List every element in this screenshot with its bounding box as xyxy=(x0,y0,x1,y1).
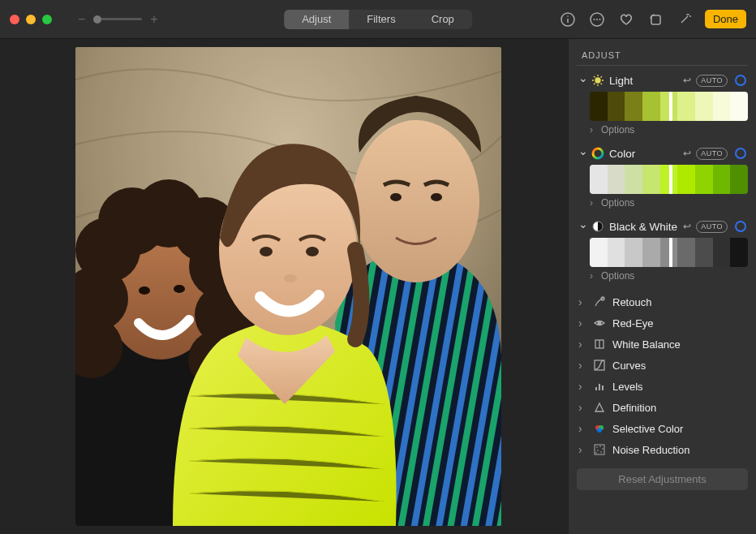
svg-rect-51 xyxy=(602,385,604,390)
panel-title: ADJUST xyxy=(582,50,748,60)
zoom-slider-thumb[interactable] xyxy=(93,15,101,24)
svg-point-4 xyxy=(593,19,595,20)
white-balance-icon xyxy=(593,338,606,351)
section-label: Selective Color xyxy=(612,423,746,435)
filmstrip-frame xyxy=(730,238,748,267)
filmstrip-frame xyxy=(677,165,695,194)
section-bw-title: Black & White xyxy=(609,221,678,233)
light-slider-handle[interactable] xyxy=(669,92,672,121)
heart-icon[interactable] xyxy=(617,11,635,28)
filmstrip-frame xyxy=(713,165,731,194)
light-options-toggle[interactable]: Options xyxy=(590,123,748,140)
chevron-down-icon xyxy=(578,220,586,233)
color-options-toggle[interactable]: Options xyxy=(590,196,748,213)
section-label: Noise Reduction xyxy=(612,444,746,456)
fullscreen-window-button[interactable] xyxy=(42,15,52,24)
color-filmstrip[interactable] xyxy=(590,165,748,194)
auto-button[interactable]: AUTO xyxy=(696,221,728,233)
section-light-header[interactable]: Light ↩ AUTO xyxy=(577,72,748,88)
bw-filmstrip[interactable] xyxy=(590,238,748,267)
edit-mode-tabs: Adjust Filters Crop xyxy=(284,10,472,29)
filmstrip-frame xyxy=(625,165,642,194)
section-color-header[interactable]: Color ↩ AUTO xyxy=(577,145,748,161)
section-definition[interactable]: Definition xyxy=(577,397,748,418)
filmstrip-frame xyxy=(695,165,713,194)
section-label: Levels xyxy=(612,381,746,393)
selective-color-icon xyxy=(593,422,606,435)
rotate-icon[interactable] xyxy=(646,11,664,28)
tab-crop[interactable]: Crop xyxy=(414,10,472,29)
curves-icon xyxy=(593,359,606,372)
filmstrip-frame xyxy=(608,238,625,267)
section-levels[interactable]: Levels xyxy=(577,376,748,397)
filmstrip-frame xyxy=(608,92,625,121)
section-bw-header[interactable]: Black & White ↩ AUTO xyxy=(577,218,748,235)
svg-point-2 xyxy=(567,15,569,17)
chevron-right-icon xyxy=(578,338,586,351)
svg-point-14 xyxy=(390,193,402,201)
wand-icon[interactable] xyxy=(676,11,694,28)
svg-rect-50 xyxy=(599,384,600,390)
info-icon[interactable] xyxy=(559,11,577,28)
more-icon[interactable] xyxy=(588,11,606,28)
section-label: White Balance xyxy=(612,338,746,351)
enable-ring[interactable] xyxy=(735,148,746,159)
undo-icon[interactable]: ↩ xyxy=(683,221,691,232)
tab-filters[interactable]: Filters xyxy=(349,10,413,29)
red-eye-icon xyxy=(593,317,606,329)
svg-line-39 xyxy=(594,84,595,85)
edited-photo[interactable] xyxy=(75,47,501,526)
bw-slider-handle[interactable] xyxy=(669,238,672,267)
zoom-out-button[interactable]: − xyxy=(78,12,85,27)
close-window-button[interactable] xyxy=(10,15,19,24)
section-white-balance[interactable]: White Balance xyxy=(577,334,748,355)
svg-point-60 xyxy=(600,451,602,453)
zoom-in-button[interactable]: + xyxy=(150,12,157,27)
definition-icon xyxy=(593,401,606,414)
options-label: Options xyxy=(601,270,634,282)
color-icon xyxy=(591,147,604,160)
section-noise-reduction[interactable]: Noise Reduction xyxy=(577,439,748,460)
options-label: Options xyxy=(601,124,634,136)
enable-ring[interactable] xyxy=(735,75,746,86)
auto-button[interactable]: AUTO xyxy=(696,148,728,160)
section-selective-color[interactable]: Selective Color xyxy=(577,418,748,439)
bw-options-toggle[interactable]: Options xyxy=(590,269,748,286)
done-button[interactable]: Done xyxy=(705,10,746,28)
svg-point-6 xyxy=(599,19,600,20)
filmstrip-frame xyxy=(713,238,731,267)
filmstrip-frame xyxy=(590,238,608,267)
filmstrip-frame xyxy=(642,92,660,121)
chevron-right-icon xyxy=(578,359,586,372)
color-slider-handle[interactable] xyxy=(669,165,672,194)
svg-point-30 xyxy=(306,247,319,256)
auto-button[interactable]: AUTO xyxy=(696,75,728,87)
section-bw: Black & White ↩ AUTO Options xyxy=(577,218,748,286)
svg-point-61 xyxy=(595,452,597,454)
section-curves[interactable]: Curves xyxy=(577,355,748,376)
svg-point-59 xyxy=(597,450,599,451)
svg-line-8 xyxy=(681,16,688,23)
section-retouch[interactable]: Retouch xyxy=(577,291,748,312)
tab-adjust[interactable]: Adjust xyxy=(284,10,349,29)
light-filmstrip[interactable] xyxy=(590,92,748,121)
svg-rect-7 xyxy=(651,15,660,24)
svg-rect-49 xyxy=(595,387,597,390)
section-light: Light ↩ AUTO Options xyxy=(577,72,748,140)
chevron-right-icon xyxy=(578,295,586,308)
svg-point-29 xyxy=(260,247,273,256)
section-label: Curves xyxy=(612,360,746,372)
reset-adjustments-button[interactable]: Reset Adjustments xyxy=(577,468,748,490)
undo-icon[interactable]: ↩ xyxy=(683,75,691,86)
zoom-slider[interactable] xyxy=(93,18,142,20)
undo-icon[interactable]: ↩ xyxy=(683,148,691,159)
filmstrip-frame xyxy=(730,92,748,121)
window-controls xyxy=(10,15,52,24)
filmstrip-frame xyxy=(695,92,713,121)
light-icon xyxy=(591,74,604,87)
enable-ring[interactable] xyxy=(735,221,746,232)
chevron-right-icon xyxy=(590,197,596,209)
minimize-window-button[interactable] xyxy=(26,15,36,24)
noise-reduction-icon xyxy=(593,443,606,456)
section-red-eye[interactable]: Red-Eye xyxy=(577,312,748,334)
